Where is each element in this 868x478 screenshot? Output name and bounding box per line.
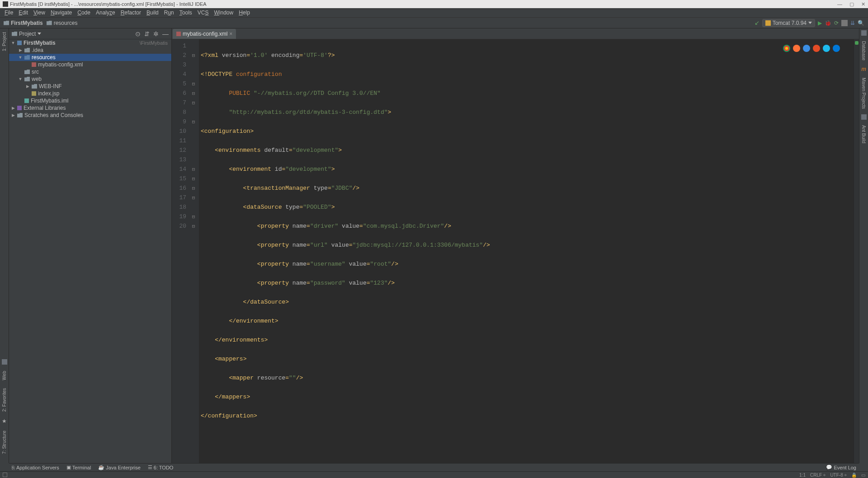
settings-icon[interactable]: ✲ xyxy=(153,31,159,37)
tool-project[interactable]: 1: Project xyxy=(2,30,7,53)
expand-icon[interactable] xyxy=(18,77,23,81)
menu-file[interactable]: File xyxy=(2,9,16,17)
expand-icon[interactable] xyxy=(25,84,30,89)
tool-maven[interactable]: Maven Projects xyxy=(861,76,866,111)
tree-item[interactable]: .idea xyxy=(9,47,171,54)
folder-icon xyxy=(17,113,23,117)
module-icon xyxy=(17,41,22,45)
tool-favorites[interactable]: 2: Favorites xyxy=(2,386,7,413)
window-title: FirstMybatis [D irstMybatis] - ...\resou… xyxy=(10,1,207,7)
chrome-icon[interactable] xyxy=(783,45,790,52)
expand-icon[interactable] xyxy=(11,41,15,45)
tab-todo[interactable]: ☰6: TODO xyxy=(148,464,174,470)
menu-tools[interactable]: Tools xyxy=(177,9,195,17)
expand-icon[interactable] xyxy=(11,106,15,110)
project-tree[interactable]: FirstMybatis \FirstMybatis .idearesource… xyxy=(9,39,171,463)
readonly-toggle[interactable]: 🔒 xyxy=(851,473,857,478)
tab-app-servers[interactable]: ⎘Application Servers xyxy=(12,465,59,470)
tree-item[interactable]: index.jsp xyxy=(9,90,171,97)
event-log[interactable]: 💬Event Log xyxy=(826,464,856,470)
tree-item-label: index.jsp xyxy=(38,90,59,97)
menu-build[interactable]: Build xyxy=(144,9,161,17)
menu-run[interactable]: Run xyxy=(161,9,177,17)
caret-position[interactable]: 1:1 xyxy=(799,473,806,478)
editor-tab[interactable]: mybatis-config.xml × xyxy=(173,29,236,39)
debug-button[interactable]: 🐞 xyxy=(825,20,831,26)
tree-item[interactable]: FirstMybatis.iml xyxy=(9,97,171,104)
menu-refactor[interactable]: Refactor xyxy=(118,9,144,17)
tab-terminal[interactable]: ▣Terminal xyxy=(66,464,91,470)
expand-icon[interactable] xyxy=(18,48,23,52)
fold-column[interactable]: ⊟⊟⊟⊟⊟⊟⊟⊟⊟⊟⊟ xyxy=(191,41,196,231)
star-icon: ★ xyxy=(2,418,7,424)
build-icon[interactable]: ↙ xyxy=(755,19,760,26)
tree-external-libs[interactable]: External Libraries xyxy=(9,104,171,112)
menu-navigate[interactable]: Navigate xyxy=(48,9,75,17)
stop-button[interactable] xyxy=(841,20,848,26)
safari-icon[interactable] xyxy=(803,45,810,52)
tree-item[interactable]: WEB-INF xyxy=(9,83,171,90)
status-bar: 1:1 CRLF ÷ UTF-8 ÷ 🔒 ▭ xyxy=(0,471,868,478)
ant-tool-icon[interactable] xyxy=(861,114,867,120)
tree-scratches[interactable]: Scratches and Consoles xyxy=(9,112,171,119)
tree-item-label: src xyxy=(32,69,39,75)
menu-vcs[interactable]: VCS xyxy=(195,9,212,17)
database-tool-icon[interactable] xyxy=(861,30,867,36)
tree-item[interactable]: src xyxy=(9,68,171,75)
tab-java-enterprise[interactable]: ☕Java Enterprise xyxy=(98,464,140,470)
tree-item[interactable]: web xyxy=(9,75,171,83)
fold-icon xyxy=(32,84,37,89)
menu-help[interactable]: Help xyxy=(236,9,253,17)
error-stripe[interactable] xyxy=(854,39,859,463)
scroll-to-source-icon[interactable]: ⊙ xyxy=(135,31,141,37)
ie-icon[interactable] xyxy=(823,45,830,52)
search-everywhere-button[interactable]: 🔍 xyxy=(858,20,864,26)
line-separator[interactable]: CRLF ÷ xyxy=(810,473,826,478)
web-tool-icon[interactable] xyxy=(2,359,7,365)
menu-analyze[interactable]: Analyze xyxy=(93,9,118,17)
file-encoding[interactable]: UTF-8 ÷ xyxy=(830,473,847,478)
bottom-tool-stripe: ⎘Application Servers ▣Terminal ☕Java Ent… xyxy=(9,463,859,471)
update-button[interactable]: ⇊ xyxy=(850,20,855,26)
tree-item[interactable]: resources xyxy=(9,54,171,61)
tree-item-label: .idea xyxy=(32,47,43,53)
hide-icon[interactable]: — xyxy=(162,31,169,37)
inspection-ok-icon xyxy=(855,41,859,45)
run-button[interactable]: ▶ xyxy=(818,20,822,26)
app-icon xyxy=(3,1,8,7)
opera-icon[interactable] xyxy=(813,45,820,52)
code-editor[interactable]: <?xml version='1.0' encoding='UTF-8'?> <… xyxy=(199,39,854,463)
tool-ant[interactable]: Ant Build xyxy=(861,123,866,145)
memory-indicator[interactable]: ▭ xyxy=(861,473,865,478)
xml-file-icon xyxy=(176,32,181,36)
run-config-selector[interactable]: Tomcat 7.0.94 xyxy=(762,19,815,27)
toolwindow-toggle-icon[interactable] xyxy=(3,473,7,477)
breadcrumb-child[interactable]: resources xyxy=(47,20,78,26)
menu-code[interactable]: Code xyxy=(75,9,93,17)
tool-structure[interactable]: 7: Structure xyxy=(2,429,7,456)
tomcat-icon xyxy=(765,20,771,26)
coverage-button[interactable]: ⟳ xyxy=(834,20,839,26)
expand-icon[interactable] xyxy=(11,113,15,117)
project-panel-title: Project xyxy=(19,31,36,37)
tool-web[interactable]: Web xyxy=(2,369,7,382)
menu-window[interactable]: Window xyxy=(211,9,236,17)
navigation-bar: FirstMybatis resources ↙ Tomcat 7.0.94 ▶… xyxy=(0,18,868,28)
edge-icon[interactable] xyxy=(833,45,840,52)
left-tool-stripe: 1: Project Web 2: Favorites ★ 7: Structu… xyxy=(0,28,9,463)
menu-edit[interactable]: Edit xyxy=(16,9,31,17)
project-view-selector[interactable]: Project xyxy=(12,31,41,37)
breadcrumb-root[interactable]: FirstMybatis xyxy=(4,20,43,26)
maximize-button[interactable]: ▢ xyxy=(849,1,854,7)
firefox-icon[interactable] xyxy=(793,45,800,52)
tree-item[interactable]: mybatis-config.xml xyxy=(9,61,171,68)
tab-close-icon[interactable]: × xyxy=(229,31,232,37)
tree-root[interactable]: FirstMybatis \FirstMybatis xyxy=(9,39,171,47)
menu-view[interactable]: View xyxy=(31,9,48,17)
collapse-all-icon[interactable]: ⇵ xyxy=(144,31,150,37)
tool-database[interactable]: Database xyxy=(861,39,866,62)
close-button[interactable]: ✕ xyxy=(861,1,865,7)
expand-icon[interactable] xyxy=(18,55,23,60)
tree-item-label: WEB-INF xyxy=(39,83,62,89)
minimize-button[interactable]: — xyxy=(837,1,842,7)
